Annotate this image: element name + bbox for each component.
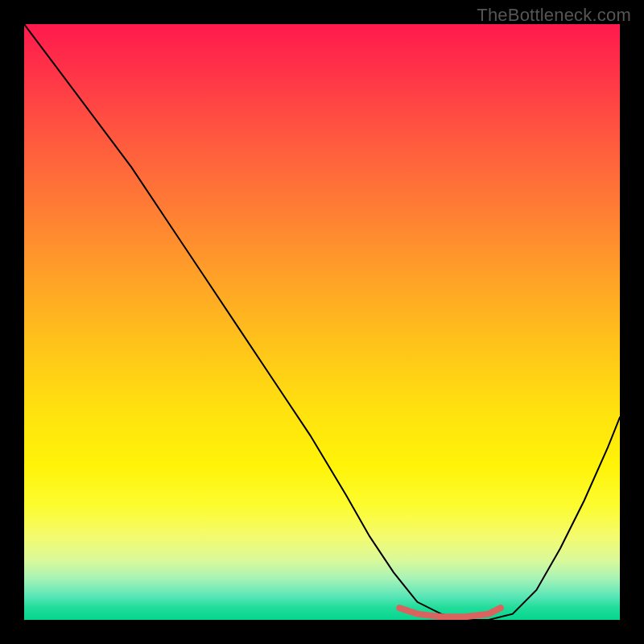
bottleneck-curve — [24, 24, 620, 620]
watermark-text: TheBottleneck.com — [477, 5, 631, 26]
flat-minimum-highlight — [399, 608, 501, 617]
plot-area — [24, 24, 620, 620]
chart-frame: TheBottleneck.com — [0, 0, 644, 644]
curve-svg — [24, 24, 620, 620]
